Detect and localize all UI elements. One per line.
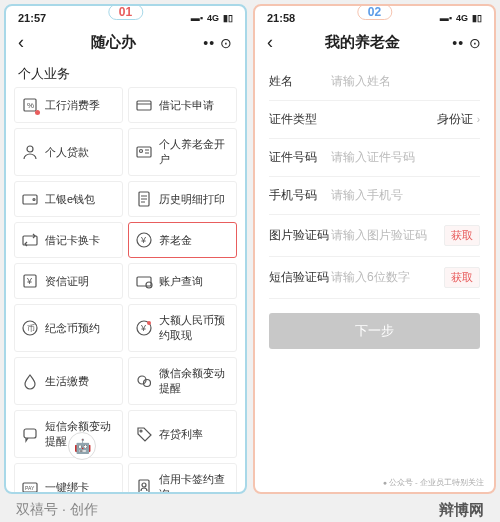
svg-text:¥: ¥	[140, 235, 147, 245]
svg-rect-2	[137, 101, 151, 110]
svg-text:%: %	[27, 101, 34, 110]
field-value: 身份证	[437, 111, 473, 128]
person-card-icon	[135, 143, 153, 161]
service-label: 信用卡签约查询	[159, 472, 230, 492]
svg-point-6	[140, 150, 143, 153]
service-label: 生活缴费	[45, 374, 89, 389]
time: 21:58	[267, 12, 295, 24]
field-label: 证件类型	[269, 111, 331, 128]
phone-tag: 01	[108, 4, 143, 20]
page-title: 我的养老金	[325, 33, 400, 52]
back-icon[interactable]: ‹	[18, 32, 24, 53]
service-person-doc[interactable]: 信用卡签约查询	[128, 463, 237, 492]
chevron-right-icon: ›	[477, 114, 480, 125]
form-row-证件类型[interactable]: 证件类型身份证›	[269, 101, 480, 139]
field-input[interactable]: 请输入证件号码	[331, 149, 480, 166]
percent-icon: %	[21, 96, 39, 114]
service-yen[interactable]: ¥养老金	[128, 222, 237, 258]
get-code-button[interactable]: 获取	[444, 225, 480, 246]
wallet-icon	[21, 190, 39, 208]
card-icon	[135, 96, 153, 114]
service-tag[interactable]: 存贷利率	[128, 410, 237, 458]
pension-form: 姓名请输入姓名证件类型身份证›证件号码请输入证件号码手机号码请输入手机号图片验证…	[255, 59, 494, 367]
service-label: 工银e钱包	[45, 192, 95, 207]
field-input[interactable]: 请输入手机号	[331, 187, 480, 204]
svg-rect-29	[24, 429, 36, 438]
service-wechat[interactable]: 微信余额变动提醒	[128, 357, 237, 405]
form-row-短信验证码[interactable]: 短信验证码请输入6位数字获取	[269, 257, 480, 299]
service-label: 微信余额变动提醒	[159, 366, 230, 396]
service-label: 个人贷款	[45, 145, 89, 160]
service-card-swap[interactable]: 借记卡换卡	[14, 222, 123, 258]
field-input[interactable]: 请输入姓名	[331, 73, 480, 90]
service-label: 借记卡换卡	[45, 233, 100, 248]
doc-icon	[135, 190, 153, 208]
field-label: 图片验证码	[269, 227, 331, 244]
svg-point-30	[140, 430, 142, 432]
svg-point-4	[27, 146, 33, 152]
service-person[interactable]: 个人贷款	[14, 128, 123, 176]
service-pay-card[interactable]: PAY一键绑卡	[14, 463, 123, 492]
sms-icon	[21, 425, 39, 443]
svg-point-26	[147, 321, 151, 325]
service-doc[interactable]: 历史明细打印	[128, 181, 237, 217]
service-wallet[interactable]: 工银e钱包	[14, 181, 123, 217]
signal-icon: ▬▪	[440, 13, 452, 23]
battery-icon: ▮▯	[472, 13, 482, 23]
yen-box-icon: ¥	[21, 272, 39, 290]
service-label: 一键绑卡	[45, 480, 89, 493]
page-title: 随心办	[91, 33, 136, 52]
service-card-q[interactable]: 账户查询	[128, 263, 237, 299]
service-label: 历史明细打印	[159, 192, 225, 207]
battery-icon: ▮▯	[223, 13, 233, 23]
form-row-手机号码[interactable]: 手机号码请输入手机号	[269, 177, 480, 215]
service-label: 账户查询	[159, 274, 203, 289]
person-doc-icon	[135, 478, 153, 492]
person-icon	[21, 143, 39, 161]
service-yen-box[interactable]: ¥资信证明	[14, 263, 123, 299]
service-yen-alert[interactable]: ¥大额人民币预约取现	[128, 304, 237, 352]
field-label: 证件号码	[269, 149, 331, 166]
service-label: 存贷利率	[159, 427, 203, 442]
signal-icon: ▬▪	[191, 13, 203, 23]
form-row-图片验证码[interactable]: 图片验证码请输入图片验证码获取	[269, 215, 480, 257]
field-input[interactable]: 请输入6位数字	[331, 269, 444, 286]
svg-rect-5	[137, 147, 151, 157]
more-icon[interactable]: •• ⊙	[452, 35, 482, 51]
service-label: 大额人民币预约取现	[159, 313, 230, 343]
service-coin[interactable]: 币纪念币预约	[14, 304, 123, 352]
form-row-姓名[interactable]: 姓名请输入姓名	[269, 63, 480, 101]
field-label: 姓名	[269, 73, 331, 90]
watermark: 双禧号 · 创作 辩博网	[0, 501, 500, 520]
field-input[interactable]: 请输入图片验证码	[331, 227, 444, 244]
footer-note: 公众号 - 企业员工特别关注	[383, 477, 484, 488]
service-percent[interactable]: %工行消费季	[14, 87, 123, 123]
get-code-button[interactable]: 获取	[444, 267, 480, 288]
service-card[interactable]: 借记卡申请	[128, 87, 237, 123]
svg-point-34	[142, 483, 146, 487]
card-swap-icon	[21, 231, 39, 249]
assistant-icon[interactable]: 🤖	[68, 432, 96, 460]
more-icon[interactable]: •• ⊙	[203, 35, 233, 51]
time: 21:57	[18, 12, 46, 24]
service-label: 资信证明	[45, 274, 89, 289]
service-drop[interactable]: 生活缴费	[14, 357, 123, 405]
svg-text:¥: ¥	[26, 276, 33, 286]
service-label: 养老金	[159, 233, 192, 248]
service-person-card[interactable]: 个人养老金开户	[128, 128, 237, 176]
coin-icon: 币	[21, 319, 39, 337]
back-icon[interactable]: ‹	[267, 32, 273, 53]
field-label: 短信验证码	[269, 269, 331, 286]
drop-icon	[21, 372, 39, 390]
tag-icon	[135, 425, 153, 443]
service-grid: %工行消费季借记卡申请个人贷款个人养老金开户工银e钱包历史明细打印借记卡换卡¥养…	[6, 87, 245, 492]
section-title: 个人业务	[6, 59, 245, 87]
card-q-icon	[135, 272, 153, 290]
phone-tag: 02	[357, 4, 392, 20]
service-label: 借记卡申请	[159, 98, 214, 113]
yen-icon: ¥	[135, 231, 153, 249]
svg-text:币: 币	[27, 324, 35, 333]
next-button[interactable]: 下一步	[269, 313, 480, 349]
form-row-证件号码[interactable]: 证件号码请输入证件号码	[269, 139, 480, 177]
service-label: 纪念币预约	[45, 321, 100, 336]
